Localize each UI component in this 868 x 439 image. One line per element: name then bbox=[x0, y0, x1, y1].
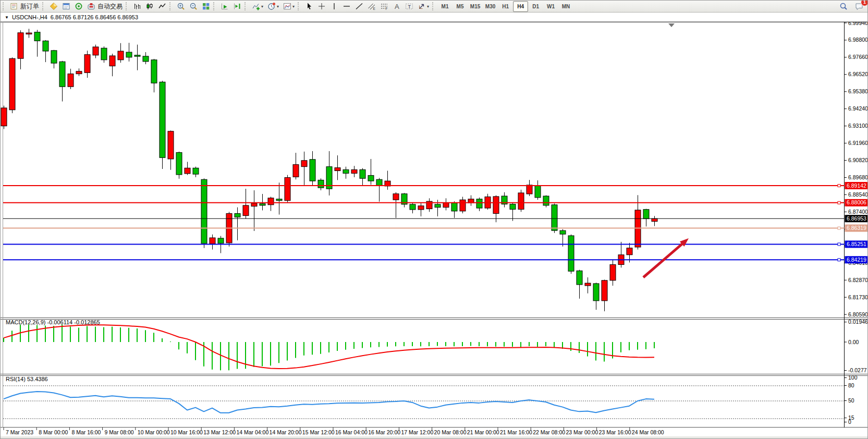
candle bbox=[568, 235, 574, 274]
price-axis-tick: 6.81730 bbox=[848, 294, 868, 300]
timeframe-button-h4[interactable]: H4 bbox=[513, 1, 528, 12]
candle bbox=[510, 203, 516, 221]
line-handle[interactable] bbox=[838, 243, 840, 246]
candle bbox=[176, 152, 182, 179]
templates-icon bbox=[283, 2, 291, 10]
line-chart-button[interactable] bbox=[156, 1, 168, 12]
auto-scroll-button[interactable] bbox=[218, 1, 231, 12]
candle bbox=[335, 155, 340, 180]
tile-windows-button[interactable] bbox=[200, 1, 212, 12]
candles bbox=[1, 29, 657, 311]
chart-canvas[interactable]: 6.999406.988006.976606.965206.953806.942… bbox=[1, 22, 868, 436]
time-axis-label: 15 Mar 12:00 bbox=[302, 429, 335, 435]
shapes-button[interactable]: ▾ bbox=[415, 1, 431, 12]
toolbar-group-4 bbox=[212, 1, 243, 13]
candle bbox=[143, 52, 149, 64]
one-click-trading-expander[interactable]: ▼ bbox=[5, 15, 9, 20]
candle bbox=[168, 130, 174, 169]
dropdown-arrow-icon[interactable]: ▾ bbox=[427, 4, 429, 9]
templates-button[interactable]: ▾ bbox=[281, 1, 297, 12]
line-handle[interactable] bbox=[838, 227, 840, 229]
time-axis[interactable]: 7 Mar 20238 Mar 00:008 Mar 16:009 Mar 08… bbox=[4, 428, 664, 435]
price-axis[interactable]: 6.999406.988006.976606.965206.953806.942… bbox=[845, 22, 868, 318]
dropdown-arrow-icon[interactable]: ▾ bbox=[277, 4, 279, 9]
crosshair-button[interactable] bbox=[315, 1, 328, 12]
channel-button[interactable]: E bbox=[365, 1, 378, 12]
candle bbox=[618, 242, 624, 267]
text-button[interactable]: A bbox=[390, 1, 403, 12]
candle bbox=[460, 197, 466, 213]
pane-borders bbox=[1, 22, 868, 428]
candle bbox=[235, 208, 240, 240]
price-axis-tick: 6.95380 bbox=[848, 88, 868, 94]
price-axis-tick: 6.87400 bbox=[848, 209, 868, 215]
timeframe-button-m15[interactable]: M15 bbox=[468, 1, 483, 12]
new-order-button[interactable]: 新订单 bbox=[8, 1, 41, 12]
bar-chart-icon bbox=[133, 2, 141, 10]
timeframe-button-w1[interactable]: W1 bbox=[543, 1, 558, 12]
timeframe-button-d1[interactable]: D1 bbox=[528, 1, 543, 12]
hline-button[interactable] bbox=[340, 1, 353, 12]
price-pane bbox=[1, 23, 845, 311]
text-icon: A bbox=[393, 2, 401, 10]
line-handle[interactable] bbox=[838, 201, 840, 204]
macd-label: MACD(12,26,9) -0.006114 -0.012865 bbox=[6, 319, 100, 325]
zoom-in-button[interactable] bbox=[175, 1, 187, 12]
time-axis-label: 14 Mar 20:00 bbox=[270, 429, 302, 435]
market-window-button[interactable] bbox=[60, 1, 72, 12]
candle bbox=[59, 61, 65, 102]
vline-button[interactable] bbox=[328, 1, 340, 12]
dropdown-arrow-icon[interactable]: ▾ bbox=[261, 4, 263, 9]
candle bbox=[201, 178, 207, 248]
autotrade-button[interactable]: 自动交易 bbox=[85, 1, 125, 12]
candle bbox=[101, 46, 107, 63]
candle bbox=[385, 170, 390, 189]
time-axis-label: 10 Mar 00:00 bbox=[138, 429, 170, 435]
notifications-button[interactable]: 1 bbox=[853, 1, 865, 12]
trendline-button[interactable] bbox=[353, 1, 365, 12]
dropdown-arrow-icon[interactable]: ▾ bbox=[292, 4, 295, 9]
autotrade-icon bbox=[87, 2, 95, 10]
candle bbox=[76, 68, 82, 76]
line-handle[interactable] bbox=[838, 259, 840, 261]
chart-shift-button[interactable] bbox=[231, 1, 243, 12]
candle-chart-button[interactable] bbox=[143, 1, 156, 12]
candle bbox=[251, 190, 257, 231]
line-chart-icon bbox=[158, 2, 166, 10]
svg-text:T: T bbox=[408, 4, 411, 9]
candle bbox=[426, 198, 432, 212]
candle bbox=[18, 30, 23, 69]
candle bbox=[593, 283, 599, 310]
tile-windows-icon bbox=[202, 2, 210, 10]
gold-diamond-icon bbox=[50, 2, 58, 10]
price-axis-tick: 6.82870 bbox=[848, 277, 868, 283]
fibonacci-button[interactable]: F bbox=[378, 1, 390, 12]
bar-chart-button[interactable] bbox=[131, 1, 143, 12]
candle bbox=[401, 193, 407, 207]
timeframe-button-m1[interactable]: M1 bbox=[437, 1, 453, 12]
timeframe-button-h1[interactable]: H1 bbox=[498, 1, 513, 12]
chart-shift-marker-icon[interactable] bbox=[668, 23, 675, 27]
label-button[interactable]: T bbox=[403, 1, 415, 12]
price-level-label: 6.86319 bbox=[845, 225, 868, 232]
price-axis-tick: 6.91960 bbox=[848, 140, 868, 146]
candle bbox=[518, 190, 524, 212]
signal-button[interactable] bbox=[72, 1, 85, 12]
time-axis-label: 8 Mar 00:00 bbox=[39, 429, 68, 435]
toolbar-grip bbox=[169, 2, 173, 10]
macd-axis-tick: -0.0277 bbox=[848, 367, 867, 373]
signal-icon bbox=[75, 2, 83, 10]
timeframe-button-m30[interactable]: M30 bbox=[483, 1, 498, 12]
candle bbox=[543, 196, 549, 208]
candle bbox=[43, 40, 48, 62]
indicators-button[interactable]: ▾ bbox=[250, 1, 265, 12]
timeframe-button-m5[interactable]: M5 bbox=[453, 1, 468, 12]
search-button[interactable] bbox=[837, 1, 850, 12]
gold-diamond-button[interactable] bbox=[47, 1, 60, 12]
periods-button[interactable]: ▾ bbox=[265, 1, 281, 12]
cursor-button[interactable] bbox=[303, 1, 315, 12]
timeframe-button-mn[interactable]: MN bbox=[558, 1, 573, 12]
candle bbox=[285, 175, 290, 203]
line-handle[interactable] bbox=[838, 185, 840, 187]
zoom-out-button[interactable] bbox=[187, 1, 200, 12]
